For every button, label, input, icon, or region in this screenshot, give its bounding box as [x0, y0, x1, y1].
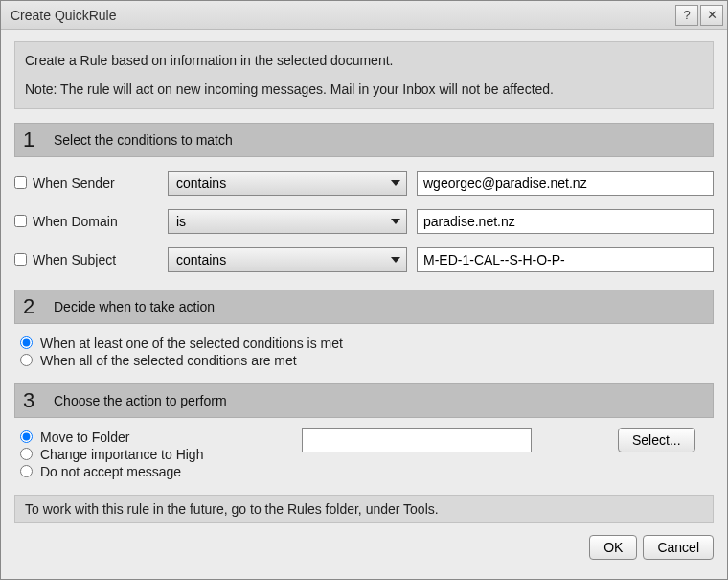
action-radio-group: Move to Folder Change importance to High…: [14, 428, 302, 481]
dialog-title: Create QuickRule: [11, 8, 673, 23]
section-1-header: 1 Select the conditions to match: [14, 123, 714, 157]
dialog-content: Create a Rule based on information in th…: [1, 30, 727, 579]
sender-checkbox[interactable]: [14, 176, 27, 189]
condition-row-subject: When Subject contains: [14, 247, 714, 272]
when-all-radio[interactable]: [20, 354, 33, 366]
subject-label: When Subject: [33, 252, 116, 267]
action-move-radio[interactable]: [20, 430, 33, 443]
domain-operator-value: is: [176, 214, 186, 229]
dialog-window: Create QuickRule ? ✕ Create a Rule based…: [0, 0, 728, 580]
condition-row-domain: When Domain is: [14, 209, 714, 234]
intro-line-2: Note: The rule will act on new incoming …: [25, 79, 703, 100]
domain-value-input[interactable]: [417, 209, 714, 234]
chevron-down-icon: [391, 257, 400, 263]
cancel-button[interactable]: Cancel: [643, 535, 714, 560]
action-reject-radio[interactable]: [20, 465, 33, 477]
domain-operator-dropdown[interactable]: is: [168, 209, 407, 234]
titlebar: Create QuickRule ? ✕: [1, 1, 727, 30]
when-any-radio[interactable]: [20, 336, 33, 349]
sender-operator-value: contains: [176, 175, 226, 191]
section-2-number: 2: [23, 294, 42, 319]
section-2-header: 2 Decide when to take action: [14, 290, 714, 324]
chevron-down-icon: [391, 180, 400, 186]
help-icon: ?: [683, 8, 690, 22]
section-3-title: Choose the action to perform: [54, 393, 227, 408]
footer-note: To work with this rule in the future, go…: [14, 495, 714, 523]
sender-label: When Sender: [33, 175, 115, 191]
action-importance-radio[interactable]: [20, 448, 33, 460]
subject-value-input[interactable]: [417, 247, 714, 272]
section-3-header: 3 Choose the action to perform: [14, 383, 714, 418]
close-icon: ✕: [707, 8, 717, 22]
action-area: Move to Folder Change importance to High…: [14, 428, 714, 481]
intro-line-1: Create a Rule based on information in th…: [25, 50, 703, 71]
action-move-label: Move to Folder: [40, 429, 129, 445]
section-3-number: 3: [23, 388, 42, 413]
domain-checkbox[interactable]: [14, 215, 27, 227]
section-2-title: Decide when to take action: [54, 299, 215, 314]
when-radio-group: When at least one of the selected condit…: [14, 334, 714, 370]
section-1-number: 1: [23, 128, 42, 152]
select-folder-button[interactable]: Select...: [618, 428, 695, 452]
dialog-buttons: OK Cancel: [14, 535, 714, 560]
subject-checkbox[interactable]: [14, 253, 27, 266]
condition-row-sender: When Sender contains: [14, 171, 714, 196]
help-button[interactable]: ?: [675, 5, 698, 26]
subject-operator-value: contains: [176, 252, 226, 267]
when-any-label: When at least one of the selected condit…: [40, 336, 343, 351]
ok-button[interactable]: OK: [589, 535, 637, 560]
when-all-label: When all of the selected conditions are …: [40, 353, 297, 368]
folder-input[interactable]: [302, 428, 532, 452]
sender-operator-dropdown[interactable]: contains: [168, 171, 407, 196]
section-1-title: Select the conditions to match: [54, 132, 233, 148]
action-reject-label: Do not accept message: [40, 464, 181, 479]
sender-value-input[interactable]: [417, 171, 714, 196]
close-button[interactable]: ✕: [700, 5, 723, 26]
action-importance-label: Change importance to High: [40, 447, 203, 462]
domain-label: When Domain: [33, 214, 118, 229]
chevron-down-icon: [391, 219, 400, 224]
intro-box: Create a Rule based on information in th…: [14, 41, 714, 109]
subject-operator-dropdown[interactable]: contains: [168, 247, 407, 272]
